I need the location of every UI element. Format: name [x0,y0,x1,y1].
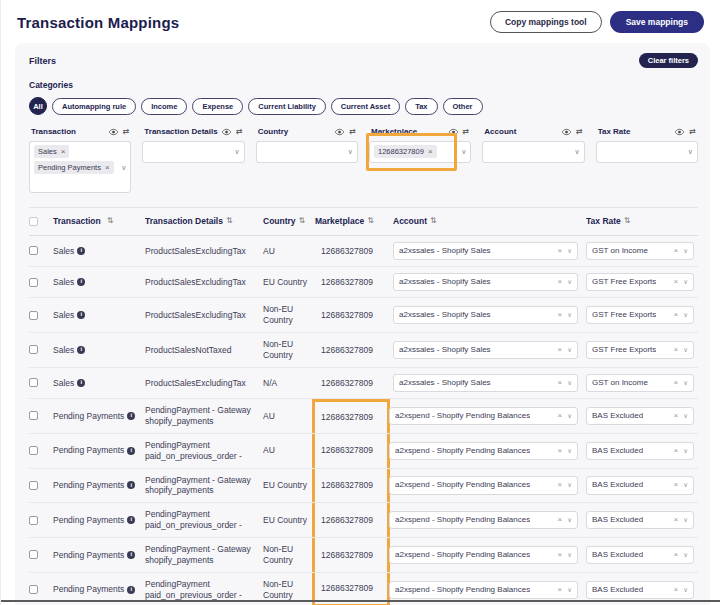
remove-tag-icon[interactable]: × [105,163,110,172]
tax-rate-select[interactable]: BAS Excluded ×∨ [586,546,694,564]
sort-icon[interactable]: ⇅ [430,216,437,226]
clear-icon[interactable]: × [674,550,679,560]
chevron-down-icon[interactable]: ∨ [683,586,688,594]
row-checkbox[interactable] [29,550,38,559]
clear-icon[interactable]: × [674,277,679,287]
info-icon[interactable]: i [127,412,135,420]
chevron-down-icon[interactable]: ∨ [683,447,688,455]
clear-icon[interactable]: × [674,446,679,456]
row-checkbox[interactable] [29,246,38,255]
remove-tag-icon[interactable]: × [428,147,433,156]
tax-rate-select[interactable]: GST on Income ×∨ [586,374,694,392]
eye-icon[interactable] [221,128,232,136]
clear-icon[interactable]: × [558,345,563,355]
info-icon[interactable]: i [77,379,85,387]
sort-icon[interactable]: ⇄ [463,127,470,136]
clear-icon[interactable]: × [558,446,563,456]
chevron-down-icon[interactable]: ∨ [567,586,572,594]
filter-select-marketplace[interactable]: 12686327809 × ∨ [369,141,471,163]
account-select[interactable]: a2xspend - Shopify Pending Balances ×∨ [389,546,578,564]
clear-icon[interactable]: × [674,378,679,388]
account-select[interactable]: a2xssales - Shopify Sales ×∨ [393,242,578,260]
clear-icon[interactable]: × [558,515,563,525]
info-icon[interactable]: i [127,516,135,524]
chevron-down-icon[interactable]: ∨ [683,516,688,524]
chevron-down-icon[interactable]: ∨ [683,311,688,319]
account-select[interactable]: a2xspend - Shopify Pending Balances ×∨ [389,407,578,425]
sort-icon[interactable]: ⇅ [107,216,114,226]
chevron-down-icon[interactable]: ∨ [567,278,572,286]
info-icon[interactable]: i [127,551,135,559]
clear-icon[interactable]: × [558,411,563,421]
row-checkbox[interactable] [29,481,38,490]
account-select[interactable]: a2xssales - Shopify Sales ×∨ [393,374,578,392]
tax-rate-select[interactable]: GST Free Exports ×∨ [586,273,694,291]
account-select[interactable]: a2xspend - Shopify Pending Balances ×∨ [389,442,578,460]
chevron-down-icon[interactable]: ∨ [567,346,572,354]
tax-rate-select[interactable]: BAS Excluded ×∨ [586,511,694,529]
row-checkbox[interactable] [29,278,38,287]
row-checkbox[interactable] [29,585,38,594]
clear-icon[interactable]: × [674,515,679,525]
info-icon[interactable]: i [77,278,85,286]
category-pill-automapping-rule[interactable]: Automapping rule [52,98,136,115]
info-icon[interactable]: i [77,247,85,255]
chevron-down-icon[interactable]: ∨ [683,278,688,286]
account-select[interactable]: a2xspend - Shopify Pending Balances ×∨ [389,476,578,494]
chevron-down-icon[interactable]: ∨ [567,379,572,387]
filter-select-account[interactable]: ∨ [482,141,584,163]
category-pill-other[interactable]: Other [443,98,483,115]
account-select[interactable]: a2xspend - Shopify Pending Balances ×∨ [389,511,578,529]
category-pill-income[interactable]: Income [141,98,187,115]
chevron-down-icon[interactable]: ∨ [683,379,688,387]
sort-icon[interactable]: ⇅ [367,216,374,226]
eye-icon[interactable] [561,128,572,136]
sort-icon[interactable]: ⇄ [236,127,243,136]
clear-icon[interactable]: × [674,246,679,256]
chevron-down-icon[interactable]: ∨ [567,516,572,524]
tax-rate-select[interactable]: GST on Income ×∨ [586,242,694,260]
tax-rate-select[interactable]: GST Free Exports ×∨ [586,341,694,359]
clear-icon[interactable]: × [674,411,679,421]
eye-icon[interactable] [448,128,459,136]
account-select[interactable]: a2xssales - Shopify Sales ×∨ [393,306,578,324]
clear-icon[interactable]: × [558,378,563,388]
tax-rate-select[interactable]: GST Free Exports ×∨ [586,306,694,324]
clear-icon[interactable]: × [558,585,563,595]
tax-rate-select[interactable]: BAS Excluded ×∨ [586,581,694,599]
clear-icon[interactable]: × [558,550,563,560]
clear-icon[interactable]: × [674,310,679,320]
chevron-down-icon[interactable]: ∨ [567,247,572,255]
info-icon[interactable]: i [127,586,135,594]
row-checkbox[interactable] [29,378,38,387]
category-pill-current-asset[interactable]: Current Asset [331,98,400,115]
row-checkbox[interactable] [29,345,38,354]
sort-icon[interactable]: ⇄ [576,127,583,136]
category-pill-all[interactable]: All [29,97,47,115]
chevron-down-icon[interactable]: ∨ [683,247,688,255]
info-icon[interactable]: i [77,346,85,354]
filter-select-country[interactable]: ∨ [256,141,358,163]
account-select[interactable]: a2xspend - Shopify Pending Balances ×∨ [389,581,578,599]
chevron-down-icon[interactable]: ∨ [683,346,688,354]
clear-icon[interactable]: × [558,480,563,490]
sort-icon[interactable]: ⇄ [689,127,696,136]
category-pill-current-liability[interactable]: Current Liability [248,98,326,115]
chevron-down-icon[interactable]: ∨ [567,311,572,319]
remove-tag-icon[interactable]: × [61,147,66,156]
chevron-down-icon[interactable]: ∨ [683,412,688,420]
info-icon[interactable]: i [77,311,85,319]
sort-icon[interactable]: ⇅ [624,216,631,226]
chevron-down-icon[interactable]: ∨ [567,447,572,455]
row-checkbox[interactable] [29,311,38,320]
category-pill-expense[interactable]: Expense [192,98,243,115]
sort-icon[interactable]: ⇄ [349,127,356,136]
eye-icon[interactable] [334,128,345,136]
clear-filters-button[interactable]: Clear filters [639,53,698,68]
clear-icon[interactable]: × [558,310,563,320]
category-pill-tax[interactable]: Tax [405,98,437,115]
info-icon[interactable]: i [127,481,135,489]
clear-icon[interactable]: × [674,585,679,595]
sort-icon[interactable]: ⇄ [123,127,130,136]
copy-mappings-tool-button[interactable]: Copy mappings tool [490,11,602,33]
